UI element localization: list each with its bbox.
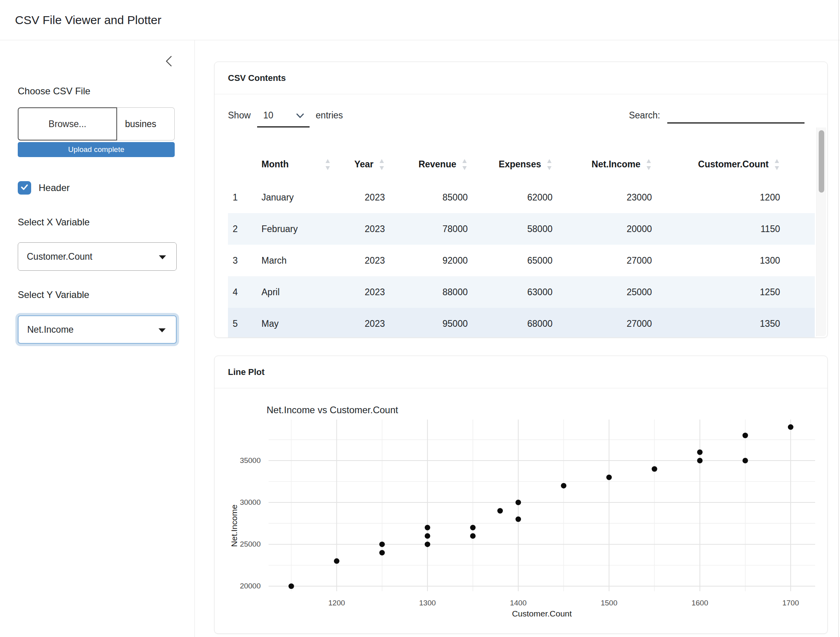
browse-button[interactable]: Browse... xyxy=(18,107,117,141)
chevron-down-icon xyxy=(296,110,304,121)
x-variable-value: Customer.Count xyxy=(27,251,92,262)
svg-text:1400: 1400 xyxy=(510,599,526,607)
table-row: 1January20238500062000230001200 xyxy=(228,182,815,213)
page-length-value: 10 xyxy=(263,110,274,121)
file-name-field[interactable]: busines xyxy=(117,107,175,141)
file-input: Browse... busines xyxy=(18,107,175,141)
table-cell: 2023 xyxy=(331,287,385,298)
column-header-revenue[interactable]: Revenue xyxy=(385,159,468,170)
table-cell: 2023 xyxy=(331,224,385,234)
page-length-control: Show 10 entries xyxy=(228,110,343,127)
datatable-controls: Show 10 entries Search: xyxy=(228,110,805,127)
svg-text:35000: 35000 xyxy=(240,456,261,465)
csv-card-title: CSV Contents xyxy=(215,62,827,94)
column-header-net-income[interactable]: Net.Income xyxy=(553,159,652,170)
page-length-select[interactable]: 10 xyxy=(257,110,310,127)
entries-label: entries xyxy=(316,110,343,121)
table-cell: February xyxy=(257,224,331,234)
search-control: Search: xyxy=(629,110,805,124)
table-cell: 88000 xyxy=(385,287,468,298)
table-cell: 2023 xyxy=(331,192,385,203)
plot-card-title: Line Plot xyxy=(215,356,827,388)
table-cell: 27000 xyxy=(553,255,652,266)
column-header-expenses[interactable]: Expenses xyxy=(468,159,553,170)
table-cell: 25000 xyxy=(553,287,652,298)
table-cell: 1350 xyxy=(652,318,815,329)
chevron-left-icon xyxy=(164,54,174,69)
search-label: Search: xyxy=(629,110,660,121)
show-label: Show xyxy=(228,110,251,121)
sort-icon xyxy=(546,159,553,170)
svg-text:1700: 1700 xyxy=(782,599,799,607)
table-header-row: MonthYearRevenueExpensesNet.IncomeCustom… xyxy=(228,147,815,182)
table-cell: 63000 xyxy=(468,287,553,298)
check-icon xyxy=(20,183,29,193)
table-cell: March xyxy=(257,255,331,266)
table-cell: 2023 xyxy=(331,318,385,329)
plot-card-body: 1200130014001500160017002000025000300003… xyxy=(215,388,827,633)
column-header-year[interactable]: Year xyxy=(331,159,385,170)
table-cell: 3 xyxy=(228,255,257,266)
svg-text:Net.Income vs Customer.Count: Net.Income vs Customer.Count xyxy=(267,405,398,415)
column-header-label: Customer.Count xyxy=(698,159,769,170)
table-cell: 2023 xyxy=(331,255,385,266)
svg-text:Customer.Count: Customer.Count xyxy=(512,609,572,618)
table-cell: 2 xyxy=(228,224,257,234)
y-variable-label: Select Y Variable xyxy=(18,289,89,300)
table-cell: January xyxy=(257,192,331,203)
page-scrollbar-edge xyxy=(838,0,839,637)
svg-text:1300: 1300 xyxy=(419,599,436,607)
main-content: CSV Contents Show 10 entr xyxy=(195,40,840,637)
column-header-label: Year xyxy=(354,159,373,170)
csv-table: MonthYearRevenueExpensesNet.IncomeCustom… xyxy=(228,147,815,337)
svg-text:1200: 1200 xyxy=(329,599,345,607)
upload-progress-bar: Upload complete xyxy=(18,142,175,157)
svg-text:20000: 20000 xyxy=(240,582,261,590)
upload-status-text: Upload complete xyxy=(68,145,125,154)
table-row: 3March20239200065000270001300 xyxy=(228,245,815,276)
column-header-customer-count[interactable]: Customer.Count xyxy=(652,159,815,170)
table-cell: 95000 xyxy=(385,318,468,329)
table-scrollbar-thumb[interactable] xyxy=(819,130,824,193)
table-row: 2February20237800058000200001150 xyxy=(228,213,815,245)
sort-icon xyxy=(325,159,331,170)
column-header-month[interactable]: Month xyxy=(257,159,331,170)
csv-contents-card: CSV Contents Show 10 entr xyxy=(214,62,828,338)
table-cell: 78000 xyxy=(385,224,468,234)
header-checkbox-row: Header xyxy=(18,181,70,195)
table-cell: May xyxy=(257,318,331,329)
x-variable-select[interactable]: Customer.Count xyxy=(18,242,177,271)
svg-text:25000: 25000 xyxy=(240,540,261,548)
svg-text:1600: 1600 xyxy=(691,599,708,607)
sort-icon xyxy=(646,159,652,170)
y-variable-select[interactable]: Net.Income xyxy=(18,315,177,344)
svg-text:30000: 30000 xyxy=(240,498,261,506)
column-header-label: Net.Income xyxy=(592,159,640,170)
column-header-label: Expenses xyxy=(499,159,541,170)
table-cell: 1200 xyxy=(652,192,815,203)
app-root: CSV File Viewer and Plotter Choose CSV F… xyxy=(0,0,840,637)
sort-icon xyxy=(774,159,780,170)
caret-down-icon xyxy=(158,324,166,335)
table-cell: 5 xyxy=(228,318,257,329)
csv-card-body: Show 10 entries Search: xyxy=(215,94,827,337)
table-cell: 1150 xyxy=(652,224,815,234)
table-cell: April xyxy=(257,287,331,298)
y-variable-value: Net.Income xyxy=(27,324,74,335)
table-cell: 62000 xyxy=(468,192,553,203)
table-cell: 58000 xyxy=(468,224,553,234)
page-title: CSV File Viewer and Plotter xyxy=(15,0,161,40)
file-input-label: Choose CSV File xyxy=(18,86,90,97)
search-input[interactable] xyxy=(667,110,805,124)
table-cell: 4 xyxy=(228,287,257,298)
header-checkbox-label[interactable]: Header xyxy=(39,182,70,193)
table-cell: 65000 xyxy=(468,255,553,266)
table-cell: 1250 xyxy=(652,287,815,298)
sidebar: Choose CSV File Browse... busines Upload… xyxy=(0,40,195,637)
sidebar-collapse-button[interactable] xyxy=(162,55,175,69)
table-scrollbar xyxy=(816,127,826,336)
table-cell: 1300 xyxy=(652,255,815,266)
table-cell: 92000 xyxy=(385,255,468,266)
table-row: 4April20238800063000250001250 xyxy=(228,276,815,308)
header-checkbox[interactable] xyxy=(18,181,31,195)
